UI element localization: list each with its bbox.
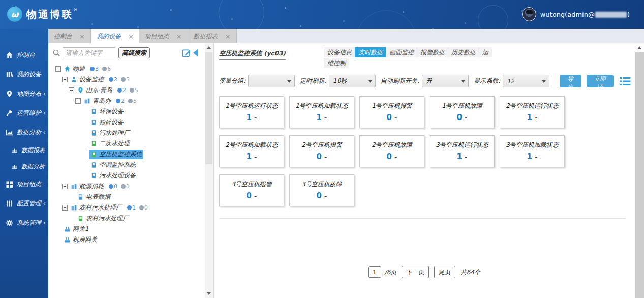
filter-select-value: 开 bbox=[426, 77, 432, 85]
tree-scrollbar-thumb[interactable] bbox=[205, 52, 212, 164]
tree-node-core[interactable]: 环保设备 bbox=[89, 107, 125, 116]
tree-node[interactable]: 粉碎设备 bbox=[82, 117, 213, 128]
collapse-panel-icon[interactable] bbox=[193, 49, 198, 57]
detail-tab[interactable]: 实时数据 bbox=[355, 47, 386, 57]
tree-node[interactable]: 设备监控25 bbox=[62, 74, 213, 85]
tree-node[interactable]: 能源消耗01 bbox=[62, 181, 213, 192]
sidebar-item[interactable]: 数据分析 bbox=[0, 158, 48, 174]
page-scrollbar-thumb[interactable] bbox=[635, 52, 644, 298]
sidebar-item[interactable]: 运营维护‹ bbox=[0, 103, 48, 123]
tree-node-core[interactable]: 青岛办 bbox=[82, 96, 112, 106]
tree-node[interactable]: 二次水处理 bbox=[82, 138, 213, 149]
tree-node-core[interactable]: 二次水处理 bbox=[89, 139, 131, 148]
tree-expand-icon[interactable] bbox=[55, 66, 61, 72]
window-tab[interactable]: 项目组态× bbox=[139, 29, 188, 43]
sidebar-item[interactable]: 数据分析‹ bbox=[0, 123, 48, 142]
home-icon bbox=[6, 51, 13, 59]
tree-node-core[interactable]: 机房网关 bbox=[63, 235, 99, 245]
edit-pencil-icon[interactable] bbox=[182, 48, 191, 57]
scroll-up-icon[interactable] bbox=[205, 43, 213, 51]
detail-tab[interactable]: 画面监控 bbox=[386, 47, 417, 57]
window-tab[interactable]: 我的设备× bbox=[91, 29, 139, 43]
tree-node[interactable]: 污水处理厂 bbox=[82, 128, 213, 138]
tree-node[interactable]: 空调监控系统 bbox=[82, 160, 213, 170]
tree-node-core[interactable]: 空压机监控系统 bbox=[89, 150, 143, 159]
variable-value: 1- bbox=[290, 113, 354, 122]
tab-close-icon[interactable]: × bbox=[176, 33, 182, 40]
list-view-icon[interactable] bbox=[620, 76, 631, 86]
sidebar-item[interactable]: 控制台 bbox=[0, 45, 48, 65]
filter-select[interactable]: 开 bbox=[422, 75, 469, 87]
scroll-up-icon[interactable] bbox=[635, 43, 644, 52]
total-count-label: 共64个 bbox=[461, 269, 480, 276]
tree-expand-icon[interactable] bbox=[75, 98, 81, 104]
tree-node-core[interactable]: 污水处理设备 bbox=[89, 171, 137, 181]
tree-expand-icon[interactable] bbox=[69, 87, 74, 93]
sidebar-item-label: 运营维护 bbox=[17, 109, 41, 117]
tree-node[interactable]: 青岛办25 bbox=[75, 96, 213, 106]
tree-search-bar: 高级搜索 bbox=[48, 43, 213, 62]
variable-name: 3号空压机加载状态 bbox=[500, 141, 564, 150]
tab-close-icon[interactable]: × bbox=[128, 33, 134, 40]
filter-select[interactable]: 12 bbox=[503, 75, 549, 87]
detail-tab[interactable]: 历史数据 bbox=[448, 47, 479, 57]
tab-close-icon[interactable]: × bbox=[79, 33, 85, 40]
sidebar-item[interactable]: 我的设备 bbox=[0, 65, 48, 84]
tree-node[interactable]: 网关1 bbox=[55, 224, 213, 234]
tree-node-core[interactable]: 物通 bbox=[63, 64, 86, 74]
device-tree: 物通36设备监控25山东·青岛25青岛办25环保设备粉碎设备污水处理厂二次水处理… bbox=[48, 62, 213, 245]
device-icon bbox=[90, 162, 97, 168]
window-tab[interactable]: 数据报表× bbox=[188, 29, 237, 43]
tree-node-core[interactable]: 农村污水处理厂 bbox=[76, 214, 130, 223]
page-scrollbar[interactable] bbox=[635, 43, 644, 298]
tree-expand-icon[interactable] bbox=[62, 205, 68, 211]
tree-node[interactable]: 农村污水处理厂 bbox=[69, 213, 213, 224]
tree-node[interactable]: 污水处理设备 bbox=[82, 170, 213, 181]
tree-node-core[interactable]: 网关1 bbox=[63, 224, 90, 234]
tree-node-core[interactable]: 粉碎设备 bbox=[89, 117, 125, 127]
sidebar-item[interactable]: 配置管理‹ bbox=[0, 194, 48, 213]
tree-expand-icon[interactable] bbox=[62, 77, 68, 82]
tree-node-core[interactable]: 能源消耗 bbox=[69, 182, 105, 191]
chevron-left-icon: ‹ bbox=[43, 199, 46, 207]
sidebar-item[interactable]: 地图分布‹ bbox=[0, 84, 48, 103]
detail-tab[interactable]: 设备信息 bbox=[324, 47, 355, 57]
tree-node[interactable]: 环保设备 bbox=[82, 106, 213, 117]
tree-node-label: 二次水处理 bbox=[99, 139, 130, 148]
tree-node[interactable]: 物通36 bbox=[55, 64, 213, 74]
app-window: ω 物通博联® wutong(admin@) 控制台×我的设备×项目组态×数据报… bbox=[0, 0, 644, 298]
tree-node[interactable]: 山东·青岛25 bbox=[69, 85, 213, 96]
tree-node-core[interactable]: 空调监控系统 bbox=[89, 160, 137, 170]
window-tab[interactable]: 控制台× bbox=[48, 29, 91, 43]
tree-node[interactable]: 空压机监控系统 bbox=[82, 149, 213, 160]
sidebar-item[interactable]: 项目组态 bbox=[0, 174, 48, 194]
tree-node-core[interactable]: 设备监控 bbox=[69, 75, 105, 84]
tree-node-core[interactable]: 农村污水处理厂 bbox=[69, 203, 124, 213]
tree-node[interactable]: 农村污水处理厂10 bbox=[62, 202, 213, 213]
tab-close-icon[interactable]: × bbox=[225, 33, 231, 40]
page-number-input[interactable] bbox=[368, 266, 381, 278]
device-icon bbox=[90, 119, 97, 126]
tree-search-input[interactable] bbox=[63, 47, 115, 58]
bar-chart-icon bbox=[11, 147, 18, 154]
last-page-button[interactable]: 尾页 bbox=[434, 266, 455, 278]
tree-node-core[interactable]: 污水处理厂 bbox=[89, 128, 131, 138]
scroll-down-icon[interactable] bbox=[205, 290, 213, 298]
sidebar-item[interactable]: 数据报表 bbox=[0, 142, 48, 158]
tree-node[interactable]: 电表数据 bbox=[69, 192, 213, 202]
variable-value: 0- bbox=[220, 191, 284, 200]
filter-select[interactable] bbox=[248, 75, 295, 87]
tree-node-core[interactable]: 山东·青岛 bbox=[76, 85, 114, 95]
tree-scrollbar[interactable] bbox=[205, 43, 213, 298]
tree-expand-icon[interactable] bbox=[62, 184, 68, 189]
tree-node-core[interactable]: 电表数据 bbox=[76, 192, 112, 202]
filter-select[interactable]: 10秒 bbox=[329, 75, 376, 87]
user-menu[interactable]: wutong(admin@) bbox=[522, 7, 630, 21]
tree-node[interactable]: 机房网关 bbox=[55, 234, 213, 245]
detail-tab[interactable]: 报警数据 bbox=[417, 47, 448, 57]
export-button[interactable]: 导出 bbox=[560, 75, 581, 87]
advanced-search-button[interactable]: 高级搜索 bbox=[118, 47, 150, 58]
next-page-button[interactable]: 下一页 bbox=[402, 266, 429, 278]
read-now-button[interactable]: 立即读 bbox=[587, 75, 614, 87]
sidebar-item[interactable]: 系统管理‹ bbox=[0, 213, 48, 232]
